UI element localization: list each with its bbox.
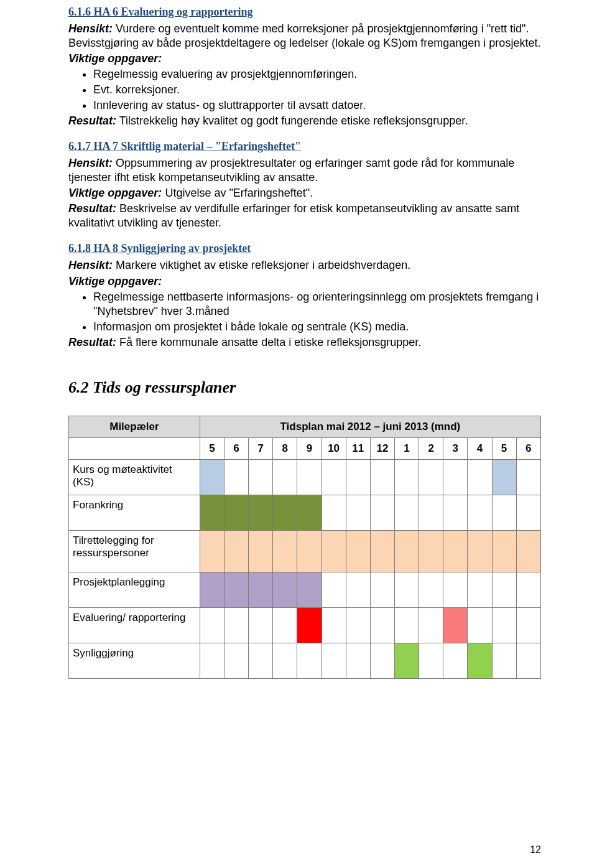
timeline-cell <box>419 643 443 678</box>
hensikt-text: Markere viktighet av etiske refleksjoner… <box>113 259 410 271</box>
timeline-cell <box>322 572 346 607</box>
timeline-cell <box>492 643 516 678</box>
hensikt-label: Hensikt: <box>68 22 113 35</box>
timeline-cell <box>273 495 297 530</box>
hensikt-text: Vurdere og eventuelt komme med korreksjo… <box>68 22 540 49</box>
timeline-cell <box>297 643 322 678</box>
timeline-cell <box>346 495 370 530</box>
hensikt-6-1-7: Hensikt: Oppsummering av prosjektresulta… <box>68 156 541 185</box>
timeline-cell <box>419 607 443 643</box>
timeline-cell <box>322 495 346 530</box>
timeline-cell <box>224 459 248 495</box>
table-row: Synliggjøring <box>69 643 541 678</box>
table-row: Evaluering/ rapportering <box>69 607 541 643</box>
th-month: 3 <box>443 437 468 459</box>
timeline-cell <box>224 495 248 530</box>
timeline-cell <box>492 459 516 495</box>
timeline-cell <box>516 572 540 607</box>
timeline-cell <box>297 459 322 495</box>
hensikt-6-1-8: Hensikt: Markere viktighet av etiske ref… <box>68 258 541 273</box>
bullets-6-1-6: Regelmessig evaluering av prosjektgjenno… <box>68 67 541 113</box>
table-header-row-months: 56789101112123456 <box>69 437 541 459</box>
timeline-cell <box>224 572 248 607</box>
table-row: Kurs og møteaktivitet (KS) <box>69 459 541 495</box>
table-row: Prosjektplanlegging <box>69 572 541 607</box>
hensikt-label: Hensikt: <box>68 259 113 271</box>
resultat-6-1-8: Resultat: Få flere kommunale ansatte del… <box>68 335 541 350</box>
timeline-cell <box>249 495 273 530</box>
timeline-cell <box>273 607 297 643</box>
resultat-label: Resultat: <box>68 114 116 127</box>
th-month: 12 <box>370 437 394 459</box>
timeline-cell <box>273 530 297 572</box>
timeline-cell <box>273 643 297 678</box>
list-item: Innlevering av status- og sluttrapporter… <box>93 98 541 113</box>
page-number: 12 <box>530 844 541 856</box>
timeline-cell <box>443 572 468 607</box>
timeline-cell <box>249 459 273 495</box>
th-month: 5 <box>492 437 516 459</box>
viktige-label-6-1-8: Viktige oppgaver: <box>68 274 541 289</box>
timeline-cell <box>249 643 273 678</box>
heading-6-1-7: 6.1.7 HA 7 Skriftlig material – "Erfarin… <box>68 139 541 154</box>
th-month: 10 <box>322 437 346 459</box>
timeline-cell <box>419 572 443 607</box>
timeline-cell <box>322 459 346 495</box>
timeline-cell <box>394 459 419 495</box>
viktige-label: Viktige oppgaver: <box>68 187 162 199</box>
th-month: 6 <box>224 437 248 459</box>
timeline-cell <box>200 459 224 495</box>
timeline-cell <box>249 530 273 572</box>
timeline-cell <box>516 495 540 530</box>
timeline-cell <box>492 495 516 530</box>
row-label: Prosjektplanlegging <box>69 572 200 607</box>
list-item: Evt. korreksjoner. <box>93 83 541 97</box>
timeline-cell <box>297 607 322 643</box>
list-item: Informasjon om prosjektet i både lokale … <box>93 320 541 334</box>
timeline-cell <box>443 530 468 572</box>
timeline-cell <box>346 643 370 678</box>
th-tidsplan: Tidsplan mai 2012 – juni 2013 (mnd) <box>200 416 540 437</box>
resultat-6-1-7: Resultat: Beskrivelse av verdifulle erfa… <box>68 202 541 230</box>
section-6-1-8: 6.1.8 HA 8 Synliggjøring av prosjektet H… <box>68 241 541 349</box>
th-milepaeler: Milepæler <box>69 416 200 437</box>
hensikt-6-1-6: Hensikt: Vurdere og eventuelt komme med … <box>68 22 541 50</box>
timeline-cell <box>492 607 516 643</box>
table-header-row-1: Milepæler Tidsplan mai 2012 – juni 2013 … <box>69 416 541 437</box>
timeline-cell <box>370 607 394 643</box>
timeline-cell <box>394 530 419 572</box>
timeline-table: Milepæler Tidsplan mai 2012 – juni 2013 … <box>68 416 541 679</box>
timeline-cell <box>419 530 443 572</box>
timeline-cell <box>346 572 370 607</box>
timeline-cell <box>443 495 468 530</box>
section-6-1-7: 6.1.7 HA 7 Skriftlig material – "Erfarin… <box>68 139 541 230</box>
timeline-cell <box>297 572 322 607</box>
timeline-cell <box>443 643 468 678</box>
timeline-cell <box>224 607 248 643</box>
viktige-6-1-7: Viktige oppgaver: Utgivelse av "Erfaring… <box>68 186 541 200</box>
th-month: 2 <box>419 437 443 459</box>
heading-6-1-8: 6.1.8 HA 8 Synliggjøring av prosjektet <box>68 241 541 256</box>
resultat-text: Beskrivelse av verdifulle erfaringer for… <box>68 202 519 229</box>
timeline-cell <box>468 495 492 530</box>
row-label: Forankring <box>69 495 200 530</box>
row-label: Synliggjøring <box>69 643 200 678</box>
th-month: 8 <box>273 437 297 459</box>
timeline-cell <box>516 459 540 495</box>
timeline-cell <box>370 495 394 530</box>
table-row: Forankring <box>69 495 541 530</box>
resultat-6-1-6: Resultat: Tilstrekkelig høy kvalitet og … <box>68 114 541 128</box>
timeline-cell <box>346 459 370 495</box>
timeline-cell <box>224 643 248 678</box>
viktige-text: Utgivelse av "Erfaringsheftet". <box>162 187 313 199</box>
section-6-1-6: 6.1.6 HA 6 Evaluering og rapportering He… <box>68 5 541 128</box>
timeline-cell <box>468 530 492 572</box>
th-month: 9 <box>297 437 322 459</box>
heading-6-2: 6.2 Tids og ressursplaner <box>68 378 541 397</box>
th-month: 5 <box>200 437 224 459</box>
timeline-cell <box>492 530 516 572</box>
timeline-cell <box>370 572 394 607</box>
timeline-cell <box>516 530 540 572</box>
resultat-text: Tilstrekkelig høy kvalitet og godt funge… <box>116 114 468 127</box>
timeline-cell <box>516 607 540 643</box>
